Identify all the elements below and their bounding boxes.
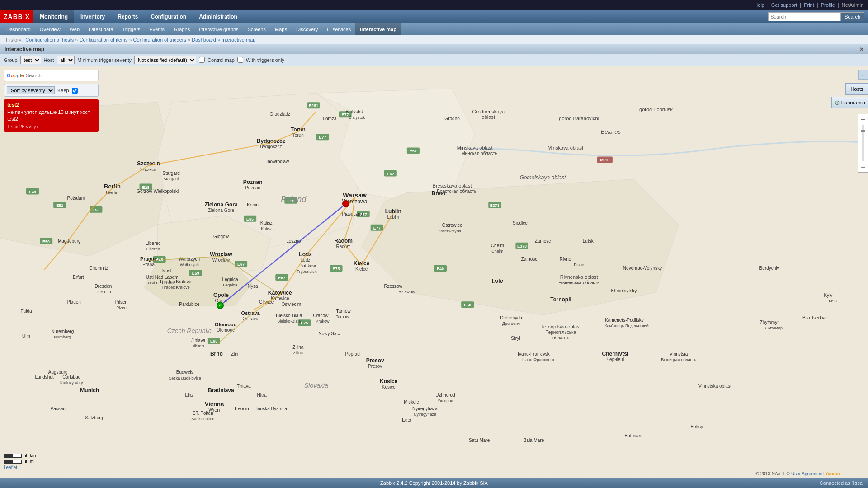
control-map-checkbox[interactable] — [199, 57, 205, 63]
svg-text:Ivano-Frankivsk: Ivano-Frankivsk — [518, 352, 550, 357]
svg-text:Zhytomyr: Zhytomyr — [760, 320, 779, 325]
svg-text:Gorzow Wielkopolski: Gorzow Wielkopolski — [137, 189, 179, 194]
map-marker-red[interactable] — [342, 200, 349, 207]
breadcrumb-history-label: History: — [6, 37, 23, 42]
svg-text:Zilina: Zilina — [292, 345, 303, 350]
zoom-controls: + − — [858, 114, 868, 173]
sub-nav-screens[interactable]: Screens — [243, 23, 270, 35]
svg-text:Poznan: Poznan — [243, 179, 263, 185]
search-input[interactable] — [768, 12, 840, 21]
keep-label: Keep — [57, 88, 69, 93]
zoom-bar[interactable] — [862, 125, 864, 161]
sub-nav-triggers[interactable]: Triggers — [118, 23, 145, 35]
keep-checkbox[interactable] — [72, 88, 78, 94]
svg-text:Rzeszow: Rzeszow — [384, 284, 402, 289]
svg-text:E51: E51 — [56, 203, 63, 208]
username: NetAdmin — [842, 2, 863, 8]
yandex-logo: Yandex — [825, 471, 841, 476]
panoramio-button[interactable]: ⊕ Panoramio — [831, 97, 868, 108]
sort-dropdown[interactable]: Sort by severity — [7, 86, 55, 94]
leaflet-link[interactable]: Leaflet — [4, 465, 17, 470]
zoom-out-button[interactable]: − — [858, 162, 868, 172]
breadcrumb-config-triggers[interactable]: Configuration of triggers — [133, 37, 186, 42]
svg-text:E67: E67 — [387, 172, 394, 176]
sub-nav-events[interactable]: Events — [145, 23, 169, 35]
nav-configuration[interactable]: Configuration — [144, 10, 193, 23]
nav-inventory[interactable]: Inventory — [74, 10, 111, 23]
svg-text:Munich: Munich — [80, 387, 99, 394]
map-background: E49 E50 E51 E55 E28 E48 E59 E65 E67 E65 … — [0, 66, 868, 478]
breadcrumb-dashboard[interactable]: Dashboard — [192, 37, 216, 42]
svg-text:Usti Nad Labem: Usti Nad Labem — [146, 275, 179, 280]
svg-text:Glogow: Glogow — [213, 234, 229, 239]
nav-reports[interactable]: Reports — [111, 10, 144, 23]
svg-text:Beltsy: Beltsy — [691, 424, 703, 429]
svg-text:Krakow: Krakow — [316, 319, 330, 324]
copyright-text: Zabbix 2.4.2 Copyright 2001-2014 by Zabb… — [380, 480, 488, 486]
google-search-input[interactable] — [26, 73, 95, 78]
svg-text:Nyiregyhaza: Nyiregyhaza — [412, 406, 438, 411]
close-icon[interactable]: × — [860, 46, 863, 53]
sub-nav-discovery[interactable]: Discovery — [292, 23, 322, 35]
sub-nav-latest-data[interactable]: Latest data — [84, 23, 118, 35]
svg-text:Inowroclaw: Inowroclaw — [266, 159, 289, 164]
print-link[interactable]: Print — [804, 2, 814, 8]
collapse-button[interactable]: › — [858, 70, 868, 80]
sub-nav-graphs[interactable]: Graphs — [169, 23, 194, 35]
get-support-link[interactable]: Get support — [771, 2, 797, 8]
severity-select[interactable]: Not classified (default) — [134, 56, 196, 64]
svg-text:Ulm: Ulm — [22, 333, 30, 338]
svg-text:Zamosс: Zamosс — [535, 239, 551, 244]
svg-text:E65: E65 — [246, 217, 254, 221]
svg-text:Drohobych: Drohobych — [500, 315, 522, 320]
svg-text:gorod Baranovichi: gorod Baranovichi — [559, 116, 599, 121]
breadcrumb-config-items[interactable]: Configuration of items — [79, 37, 127, 42]
zoom-in-button[interactable]: + — [858, 114, 868, 124]
nav-administration[interactable]: Administration — [193, 10, 244, 23]
svg-text:Olomouc: Olomouc — [215, 322, 236, 327]
svg-text:Oswiecim: Oswiecim — [282, 302, 301, 307]
sub-nav-dashboard[interactable]: Dashboard — [2, 23, 35, 35]
svg-text:Ternopil: Ternopil — [550, 296, 571, 303]
search-button[interactable]: Search — [840, 12, 864, 21]
sub-nav-it-services[interactable]: IT services — [322, 23, 355, 35]
breadcrumb-config-hosts[interactable]: Configuration of hosts — [25, 37, 74, 42]
sub-nav-interactive-graphs[interactable]: Interactive graphs — [194, 23, 243, 35]
svg-text:Poprad: Poprad — [345, 352, 359, 357]
svg-text:E50: E50 — [42, 239, 50, 244]
profile-link[interactable]: Profile — [821, 2, 835, 8]
svg-text:Trnava: Trnava — [237, 384, 251, 389]
help-link[interactable]: Help — [754, 2, 764, 8]
svg-text:E77: E77 — [373, 226, 381, 230]
svg-text:Wałbrzych: Wałbrzych — [180, 263, 199, 267]
svg-text:Brno: Brno — [210, 351, 223, 357]
with-triggers-checkbox[interactable] — [237, 57, 243, 63]
zoom-handle[interactable] — [861, 130, 865, 132]
sub-nav-maps[interactable]: Maps — [270, 23, 292, 35]
svg-text:Івано-Франківськ: Івано-Франківськ — [522, 357, 554, 362]
sub-nav-overview[interactable]: Overview — [35, 23, 65, 35]
hosts-button[interactable]: Hosts — [845, 83, 868, 95]
google-logo: Google — [7, 73, 24, 78]
svg-text:Banska Bystrica: Banska Bystrica — [255, 406, 287, 411]
group-select[interactable]: test — [20, 56, 41, 64]
sub-nav: Dashboard Overview Web Latest data Trigg… — [0, 23, 868, 35]
sub-nav-web[interactable]: Web — [65, 23, 84, 35]
map-marker-green[interactable] — [217, 302, 224, 309]
breadcrumb-interactive-map[interactable]: Interactive map — [222, 37, 255, 42]
svg-text:Rivne: Rivne — [560, 257, 571, 262]
svg-text:Kosice: Kosice — [382, 385, 396, 389]
svg-text:область: область — [552, 335, 569, 340]
svg-text:E65: E65 — [210, 339, 217, 343]
nav-monitoring[interactable]: Monitoring — [33, 10, 74, 23]
page-title: Interactive map — [5, 46, 44, 52]
host-select[interactable]: all — [57, 56, 75, 64]
user-agreement-link[interactable]: User Agreement — [791, 471, 824, 476]
alert-box[interactable]: test2 Не пингуется дольше 10 минут хост … — [4, 99, 99, 132]
svg-text:Liberec: Liberec — [146, 241, 160, 246]
svg-text:Kielce: Kielce — [355, 267, 368, 272]
sub-nav-interactive-map[interactable]: Interactive map — [355, 23, 401, 35]
nav-bar: ZABBIX Monitoring Inventory Reports Conf… — [0, 10, 868, 23]
svg-text:Chernivtsi: Chernivtsi — [602, 351, 628, 357]
svg-text:Brestskaya oblast: Brestskaya oblast — [433, 183, 472, 188]
